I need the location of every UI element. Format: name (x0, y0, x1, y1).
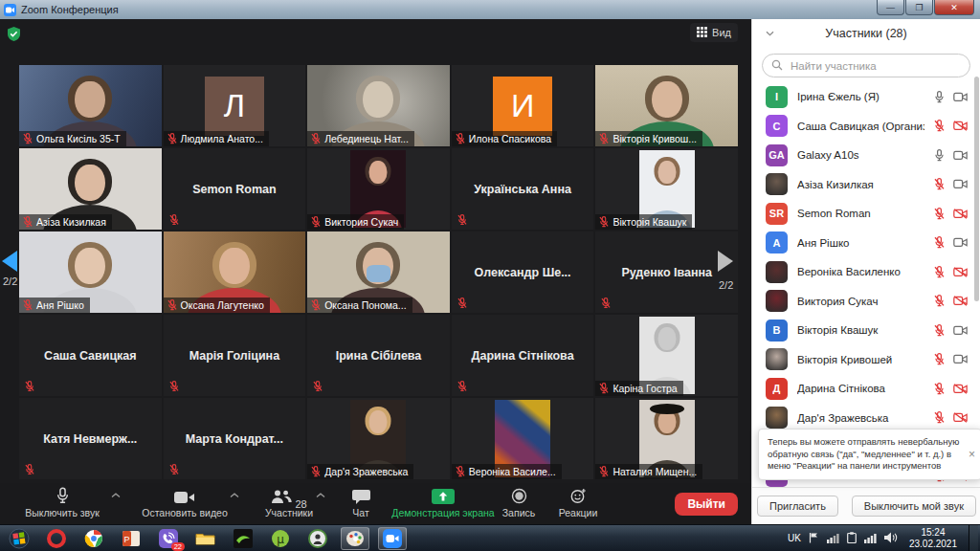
meeting-info-shield-icon[interactable] (8, 27, 20, 45)
video-tile[interactable]: Вікторія Кривош... (595, 65, 738, 146)
video-tile[interactable]: Ольга Кисіль 35-Т (19, 65, 162, 146)
video-tile[interactable]: Вікторія Квашук (595, 148, 738, 230)
paint-icon[interactable] (341, 527, 369, 550)
start-button[interactable] (5, 527, 33, 550)
show-desktop-button[interactable] (969, 525, 978, 551)
mute-my-audio-button[interactable]: Выключить мой звук (852, 496, 976, 517)
record-button[interactable]: Запись (492, 487, 546, 518)
leave-meeting-button[interactable]: Выйти (675, 493, 738, 516)
browser-icon[interactable] (303, 527, 332, 550)
tray-volume-icon[interactable] (884, 530, 898, 547)
svg-text:P: P (123, 534, 129, 543)
video-tile[interactable]: Азіза Кизилкая (19, 148, 162, 230)
participant-row[interactable]: CСаша Савицкая (Организатор) (752, 112, 980, 142)
video-tile[interactable]: Каріна Гостра (595, 315, 738, 396)
tooltip-close-icon[interactable]: × (969, 449, 975, 461)
video-tile[interactable]: Semon Roman (164, 148, 306, 230)
video-tile[interactable]: Ірина Сібілева (307, 315, 450, 396)
video-tile[interactable]: Дарина Сітнікова (452, 315, 594, 396)
name-label: Оксана Лагутенко (164, 298, 270, 313)
camera-off-icon (953, 121, 968, 131)
opera-icon[interactable] (42, 527, 71, 550)
video-tile[interactable]: Руденко Іванна (595, 231, 738, 313)
invite-button[interactable]: Пригласить (757, 496, 838, 517)
video-tile[interactable]: Оксана Понома... (307, 231, 450, 313)
video-tile[interactable]: Катя Невмерж... (19, 398, 162, 479)
camera-off-icon (953, 209, 968, 219)
previous-page-arrow[interactable] (2, 251, 17, 272)
share-screen-button[interactable]: Демонстрация экрана (383, 487, 503, 518)
participant-row[interactable]: Виктория Сукач (752, 287, 980, 317)
window-titlebar[interactable]: Zoom Конференция — ❐ ✕ (0, 0, 980, 19)
camera-icon (953, 150, 968, 161)
participant-row[interactable]: AАня Рішко (752, 229, 980, 258)
video-tile[interactable]: Виктория Сукач (307, 148, 450, 230)
close-button[interactable]: ✕ (934, 0, 974, 15)
avatar: SR (766, 203, 788, 225)
search-input[interactable] (789, 59, 961, 73)
video-options-chevron[interactable] (230, 493, 239, 498)
maximize-button[interactable]: ❐ (905, 0, 933, 15)
reactions-button[interactable]: Реакции (549, 487, 607, 518)
mic-muted-icon (457, 214, 467, 225)
participant-row[interactable]: ВВікторія Квашук (752, 316, 980, 345)
video-tile[interactable]: Лебединець Нат... (307, 65, 450, 146)
video-tile[interactable]: ЛЛюдмила Анато... (164, 65, 306, 146)
video-tile[interactable]: Марія Голіцина (164, 315, 306, 396)
mic-muted-icon (23, 299, 33, 310)
chrome-icon[interactable] (79, 527, 108, 550)
video-tile[interactable]: Вероніка Василе... (452, 398, 594, 479)
participant-row[interactable]: GAGalaxy A10s (752, 141, 980, 170)
search-box[interactable] (762, 54, 970, 77)
view-label: Вид (712, 27, 731, 38)
panel-popout-chevron-icon[interactable] (766, 31, 773, 38)
next-page-arrow[interactable] (718, 251, 733, 272)
minimize-button[interactable]: — (877, 0, 904, 15)
video-tile[interactable]: Дар'я Зражевська (307, 398, 450, 479)
participant-row[interactable]: Азіза Кизилкая (752, 170, 980, 200)
participant-row[interactable]: Вікторія Кривошей (752, 345, 980, 375)
mute-button[interactable]: Выключить звук (6, 487, 119, 518)
camera-icon (953, 325, 968, 336)
stop-video-button[interactable]: Остановить видео (128, 487, 241, 518)
utorrent-icon[interactable]: µ (266, 527, 295, 550)
tray-signal-icon[interactable] (864, 530, 877, 547)
viber-icon[interactable]: 22 (154, 527, 183, 550)
participant-name: Марта Кондрат... (169, 398, 301, 479)
video-tile[interactable]: Оксана Лагутенко (164, 231, 306, 313)
video-tile[interactable]: Українська Анна (452, 148, 594, 230)
video-tile[interactable]: Аня Рішко (19, 231, 162, 313)
video-tile[interactable]: Саша Савицкая (19, 315, 162, 396)
camera-off-icon (953, 296, 968, 306)
view-button[interactable]: Вид (690, 23, 738, 42)
tray-clipboard-icon[interactable] (847, 530, 857, 547)
mute-options-chevron[interactable] (111, 493, 121, 498)
mic-muted-icon (167, 133, 177, 143)
participants-options-chevron[interactable] (316, 493, 325, 498)
media-app-icon[interactable] (229, 527, 257, 550)
tray-network-icon[interactable] (827, 530, 839, 547)
powerpoint-icon[interactable]: P (117, 527, 145, 550)
language-indicator[interactable]: UK (788, 533, 801, 543)
zoom-app-icon[interactable] (378, 527, 407, 550)
mic-muted-icon (934, 295, 945, 307)
participant-row[interactable]: ДДарина Сітнікова (752, 374, 980, 404)
participant-row[interactable]: SRSemon Roman (752, 199, 980, 229)
taskbar-clock[interactable]: 15:24 23.02.2021 (905, 527, 961, 550)
participant-name: Аня Рішко (797, 237, 924, 249)
video-tile[interactable]: ИИлона Спасикова (452, 65, 594, 146)
video-tile[interactable]: Марта Кондрат... (164, 398, 306, 479)
participant-row[interactable]: IІрина Єжель (Я) (752, 82, 980, 112)
panel-scrollbar[interactable] (974, 77, 979, 301)
tray-flag-icon[interactable] (809, 530, 819, 547)
participants-button[interactable]: 28 Участники (247, 487, 331, 518)
participant-row[interactable]: Вероніка Василенко (752, 257, 980, 287)
explorer-icon[interactable] (191, 527, 220, 550)
video-tile[interactable]: Олександр Ше... (452, 231, 594, 313)
mic-muted-icon (599, 133, 609, 143)
chat-button[interactable]: Чат (337, 487, 385, 518)
camera-icon (953, 237, 968, 248)
mic-muted-icon (934, 411, 945, 424)
avatar: C (766, 115, 788, 137)
video-tile[interactable]: Наталия Мищен... (595, 398, 738, 479)
